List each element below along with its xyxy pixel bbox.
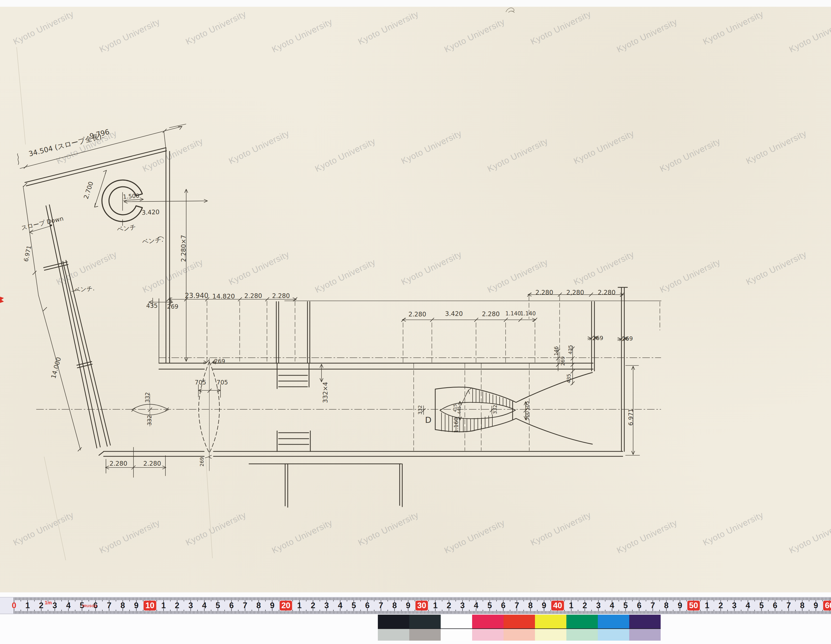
color-patch-bottom-8: [629, 629, 661, 641]
plan-label-d-146: 146: [553, 346, 559, 356]
ruler-number-43cm: 3: [596, 601, 601, 610]
plan-label-d-3420-d: 3.420: [445, 310, 463, 318]
color-patch-top-6: [567, 615, 598, 628]
plan-label-d-2280-j: 2.280: [143, 460, 161, 467]
scanned-page: { "scan": { "watermark_text": "Kyoto Uni…: [0, 0, 831, 644]
color-patch-bottom-1: [409, 629, 441, 641]
color-patch-top-5: [535, 615, 567, 628]
color-patch-top-3: [472, 615, 503, 628]
ruler-number-1cm: 1: [25, 601, 30, 610]
plan-label-d-2280-f: 2.280: [535, 289, 553, 296]
ruler-number-38cm: 8: [528, 601, 533, 610]
plan-label-d-1140-b: 1.140: [520, 310, 536, 317]
ruler-number-23cm: 3: [324, 601, 329, 610]
plan-label-d-3420-circle: 3.420: [142, 208, 160, 216]
plan-label-d-2280-i: 2.280: [110, 460, 127, 467]
color-patch-top-4: [503, 615, 535, 628]
plan-label-d-269-gap-top: 269: [214, 358, 225, 364]
color-calibration-bar: [378, 615, 661, 641]
ruler-number-49cm: 9: [678, 601, 682, 610]
color-patch-bottom-2: [441, 629, 472, 641]
plan-label-bench-wall: ベンチ.: [142, 235, 164, 246]
plan-label-d-705-r: 705: [217, 379, 228, 386]
ruler-number-24cm: 4: [338, 601, 342, 610]
ruler-number-60cm: 60: [823, 601, 831, 610]
plan-label-d-705-l: 705: [195, 379, 206, 386]
plan-label-stair-d: D: [425, 415, 431, 425]
ruler-number-55cm: 5: [759, 601, 764, 610]
plan-label-d-332x4: 332×4: [322, 382, 329, 403]
ruler-number-34cm: 4: [474, 601, 478, 610]
ruler-number-56cm: 6: [773, 601, 777, 610]
plan-label-d-14820: 14.820: [212, 293, 235, 300]
ruler-number-26cm: 6: [365, 601, 369, 610]
plan-label-slope-down: スロープ Down: [21, 215, 64, 232]
ruler-number-29cm: 9: [406, 601, 410, 610]
ruler-number-44cm: 4: [610, 601, 614, 610]
plan-label-d-1160: 1.160: [453, 417, 459, 433]
ruler-number-37cm: 7: [515, 601, 519, 610]
ruler-number-21cm: 1: [297, 601, 301, 610]
color-patch-top-7: [598, 615, 629, 628]
color-patch-bottom-4: [503, 629, 535, 641]
ruler-number-17cm: 7: [243, 601, 247, 610]
ruler-number-46cm: 6: [637, 601, 642, 610]
ruler-number-18cm: 8: [256, 601, 261, 610]
ruler-number-31cm: 1: [433, 601, 438, 610]
plan-label-d-2280-e: 2.280: [482, 310, 500, 318]
plan-label-d-2280x7: 2.280×7: [180, 235, 187, 262]
ruler-number-14cm: 4: [202, 601, 207, 610]
plan-label-d-14000: 14.000: [50, 356, 62, 379]
ruler-brand-label: TRUSCO: [82, 604, 97, 608]
ruler-number-15cm: 5: [215, 601, 220, 610]
color-patch-bottom-7: [598, 629, 629, 641]
ruler-number-32cm: 2: [447, 601, 451, 610]
scanner-bed-strip: 0123456789101234567892012345678930123456…: [0, 592, 831, 644]
ruler-meter-label: 1m: [45, 600, 52, 606]
plan-label-d-2280-a: 2.280: [244, 292, 262, 299]
plan-label-bench-ramp: ベンチ.: [74, 284, 95, 294]
plan-label-d-269-v: 269: [560, 356, 565, 366]
ruler-number-47cm: 7: [651, 601, 655, 610]
ruler-number-22cm: 2: [311, 601, 315, 610]
plan-label-d-435-left: 435: [146, 302, 158, 309]
ruler-number-39cm: 9: [542, 601, 546, 610]
ruler-number-16cm: 6: [229, 601, 234, 610]
ruler-number-12cm: 2: [175, 601, 179, 610]
dimension-labels-layer: 34.504 (スロープ全長).9.7962.7001.5003.420ベンチベ…: [0, 0, 831, 644]
plan-label-d-2280-c: 2.280: [409, 311, 427, 318]
measuring-tape-ruler: 0123456789101234567892012345678930123456…: [0, 597, 831, 614]
ruler-number-57cm: 7: [786, 601, 791, 610]
paper-sheet: Kyoto UniversityKyoto UniversityKyoto Un…: [0, 7, 831, 592]
plan-label-d-269-left: 269: [167, 303, 178, 310]
ruler-number-53cm: 3: [732, 601, 737, 610]
plan-label-d-332-boat-l: 332: [417, 405, 423, 415]
plan-label-d-23940: 23.940: [185, 292, 209, 299]
plan-label-d-2280-h: 2.280: [598, 289, 616, 296]
plan-label-d-6971-left: 6.971: [22, 245, 32, 262]
ruler-number-20cm: 20: [279, 601, 292, 610]
color-patch-top-8: [629, 615, 661, 628]
color-patch-bottom-0: [378, 629, 409, 641]
plan-label-d-1140-a: 1.140: [505, 310, 521, 317]
ruler-number-58cm: 8: [800, 601, 804, 610]
plan-label-d-445: 445: [457, 406, 462, 414]
ruler-number-50cm: 50: [687, 601, 700, 610]
color-bar-bottom-row: [378, 629, 661, 641]
ruler-number-51cm: 1: [705, 601, 709, 610]
ruler-number-33cm: 3: [460, 601, 465, 610]
ruler-number-13cm: 3: [188, 601, 193, 610]
ruler-number-30cm: 30: [416, 601, 428, 610]
ruler-number-10cm: 10: [143, 601, 156, 610]
plan-label-d-2700: 2.700: [82, 181, 95, 200]
ruler-number-45cm: 5: [623, 601, 628, 610]
plan-label-d-269-stub2: 269: [622, 336, 633, 342]
plan-label-d-2280-b: 2.280: [272, 292, 290, 299]
ruler-number-3cm: 3: [53, 601, 57, 610]
plan-label-bench-circle: ベンチ: [116, 223, 136, 234]
color-patch-top-1: [409, 615, 441, 628]
ruler-number-59cm: 9: [813, 601, 818, 610]
ruler-number-2cm: 2: [39, 601, 43, 610]
ruler-number-48cm: 8: [664, 601, 669, 610]
ruler-number-52cm: 2: [718, 601, 723, 610]
